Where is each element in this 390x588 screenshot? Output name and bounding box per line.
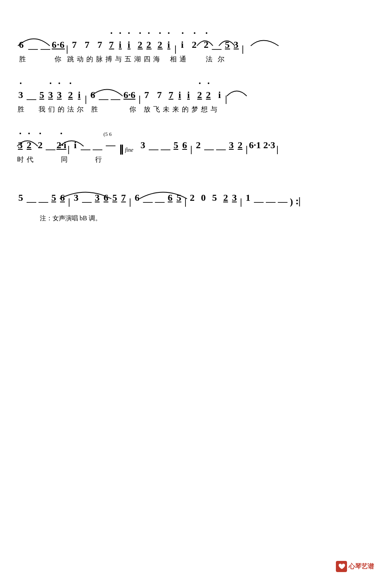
group-3657: 3 6 5 7 bbox=[93, 185, 128, 206]
lyrics-row-1: 胜 你 跳 动 的 脉 搏 与 五 湖 四 海 相 通 法 尔 bbox=[16, 53, 374, 65]
barline: | bbox=[224, 92, 228, 104]
group-2doti-3: 2·i bbox=[57, 132, 66, 154]
notation-row-4: 5 — — 5 6 | bbox=[16, 177, 374, 206]
group-2dot2dot: 2 2 bbox=[136, 32, 153, 53]
group-7ii-2: 7 i i bbox=[167, 82, 193, 104]
notation-row-1: 6 — — 6·6 | 7 bbox=[16, 24, 374, 53]
group-3dot2dot: 3 2 bbox=[16, 132, 33, 154]
barline: | bbox=[67, 194, 71, 206]
system-line-3: 3 2 2 — 2·i bbox=[16, 124, 374, 165]
group-56-4: 5 6 bbox=[49, 185, 67, 206]
barline: | bbox=[66, 142, 71, 154]
group-2dot-idot: 2 i bbox=[156, 32, 173, 53]
barline: | bbox=[173, 41, 178, 53]
logo-area: 心琴艺谱 bbox=[336, 561, 374, 572]
dash: — bbox=[27, 41, 39, 53]
notation-row-3: 3 2 2 — 2·i bbox=[16, 124, 374, 154]
repeat-sign: :| bbox=[294, 194, 301, 206]
group-65: 6 5 bbox=[166, 185, 183, 206]
system-line-4: 5 — — 5 6 | bbox=[16, 177, 374, 206]
dash: — bbox=[39, 41, 52, 53]
barline: | bbox=[244, 142, 249, 154]
barline: | bbox=[65, 41, 70, 53]
barline: | bbox=[239, 194, 243, 206]
logo-text: 心琴艺谱 bbox=[349, 563, 374, 571]
heart-music-icon bbox=[337, 563, 345, 570]
lyrics-row-2: 胜 我 们 的 法 尔 胜 你 放 飞 未 来 的 梦 想 与 bbox=[16, 104, 374, 115]
group-23: 2 3 bbox=[221, 185, 239, 206]
note-6-start: 6 bbox=[16, 32, 27, 53]
annotation-text: 注：女声演唱 bB 调。 bbox=[40, 215, 101, 221]
score-container: 6 — — 6·6 | 7 bbox=[0, 0, 390, 239]
annotation: 注：女声演唱 bB 调。 bbox=[16, 214, 374, 223]
barline: | bbox=[275, 142, 280, 154]
group-53: 5 3 bbox=[223, 32, 241, 53]
notation-row-2: 3 — 5 3 3 bbox=[16, 74, 374, 104]
group-6dot6: 6·6 bbox=[52, 32, 65, 53]
barline: | bbox=[183, 194, 188, 206]
group-32: 3 2 bbox=[227, 132, 244, 154]
fine-marking: fine bbox=[124, 147, 133, 154]
barline: | bbox=[241, 41, 246, 53]
double-barline: ‖ bbox=[118, 142, 124, 154]
group-56: 5 6 bbox=[172, 132, 189, 154]
group-7ii: 7 i i bbox=[107, 32, 133, 53]
system-line-1: 6 — — 6·6 | 7 bbox=[16, 24, 374, 65]
lyrics-row-3: 时 代 同 行 bbox=[16, 154, 374, 165]
logo-icon bbox=[336, 561, 347, 572]
system-line-2: 3 — 5 3 3 bbox=[16, 74, 374, 115]
barline: | bbox=[189, 142, 193, 154]
barline: | bbox=[84, 92, 88, 104]
group-2dot2-2: 2 2 bbox=[195, 82, 213, 104]
barline: | bbox=[137, 92, 142, 104]
group-2doti: 2 i bbox=[66, 82, 84, 104]
group-533: 5 3 3 bbox=[37, 82, 64, 104]
barline: | bbox=[128, 194, 132, 206]
